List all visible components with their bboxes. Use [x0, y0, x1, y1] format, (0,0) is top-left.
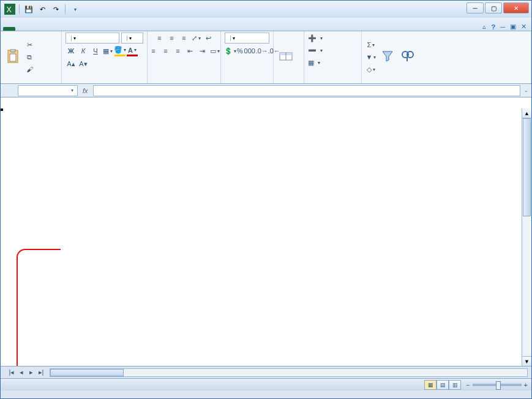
- percent-icon[interactable]: %: [237, 45, 243, 56]
- vertical-scrollbar[interactable]: ▲ ▼: [522, 108, 531, 366]
- font-color-button[interactable]: A: [127, 45, 138, 56]
- doc-close-icon[interactable]: ✕: [521, 23, 526, 31]
- accounting-icon[interactable]: 💲: [225, 45, 236, 56]
- save-icon[interactable]: 💾: [23, 4, 34, 15]
- horizontal-scrollbar[interactable]: [50, 368, 528, 377]
- shrink-font-icon[interactable]: A▾: [78, 58, 89, 69]
- italic-button[interactable]: К: [78, 45, 89, 56]
- paste-button[interactable]: [4, 49, 21, 65]
- ribbon: ✂ ⧉ 🖌 ▾ ▾ Ж К Ч ▦ 🪣 A A▴ A▾: [1, 31, 531, 84]
- zoom-in-icon[interactable]: +: [524, 381, 528, 389]
- sort-filter-button[interactable]: [379, 49, 396, 65]
- fill-color-button[interactable]: 🪣: [114, 45, 126, 56]
- doc-restore-icon[interactable]: ▣: [510, 23, 516, 31]
- hscroll-thumb[interactable]: [50, 369, 124, 376]
- close-button[interactable]: ✕: [503, 2, 529, 13]
- align-bottom-icon[interactable]: ≡: [179, 32, 190, 44]
- ribbon-tabs: ▵ ? ─ ▣ ✕: [1, 18, 531, 31]
- group-number: [225, 82, 269, 83]
- active-cell-indicator: [1, 108, 3, 111]
- align-right-icon[interactable]: ≡: [173, 45, 184, 56]
- find-select-button[interactable]: [399, 49, 416, 65]
- svg-text:X: X: [6, 6, 11, 14]
- name-box[interactable]: ▾: [18, 85, 78, 96]
- page-break-view-icon[interactable]: ▥: [449, 380, 461, 390]
- separator: [19, 4, 20, 14]
- copy-icon[interactable]: ⧉: [24, 51, 35, 63]
- cell-styles-button[interactable]: [277, 49, 294, 65]
- underline-button[interactable]: Ч: [90, 45, 101, 56]
- delete-cells-button[interactable]: ➖ ▾: [308, 45, 323, 56]
- scroll-up-icon[interactable]: ▲: [522, 108, 531, 118]
- maximize-button[interactable]: ▢: [485, 2, 502, 13]
- cut-icon[interactable]: ✂: [24, 39, 35, 50]
- tab-nav-first[interactable]: |◂: [7, 368, 17, 376]
- autosum-icon[interactable]: Σ: [365, 39, 377, 50]
- page-layout-view-icon[interactable]: ▤: [436, 380, 449, 390]
- merge-icon[interactable]: ▭: [209, 45, 220, 56]
- align-middle-icon[interactable]: ≡: [167, 32, 178, 44]
- fill-icon[interactable]: ▼: [365, 51, 377, 63]
- format-painter-icon[interactable]: 🖌: [24, 64, 35, 75]
- fx-icon[interactable]: fx: [78, 87, 93, 94]
- orientation-icon[interactable]: ⤢: [191, 32, 202, 44]
- font-size-combo[interactable]: ▾: [121, 32, 143, 44]
- separator: [65, 4, 66, 14]
- grow-font-icon[interactable]: A▴: [66, 58, 77, 69]
- format-cells-button[interactable]: ▦ ▾: [308, 57, 320, 68]
- group-styles: [277, 82, 300, 83]
- align-center-icon[interactable]: ≡: [160, 45, 171, 56]
- spreadsheet-grid[interactable]: ▲ ▼: [1, 97, 531, 366]
- font-name-combo[interactable]: ▾: [66, 32, 119, 44]
- group-clipboard: [4, 82, 58, 83]
- insert-cells-button[interactable]: ➕ ▾: [308, 32, 323, 44]
- minimize-button[interactable]: ─: [466, 2, 484, 13]
- group-editing: [365, 82, 527, 83]
- quick-access-toolbar: X 💾 ↶ ↷: [4, 4, 80, 15]
- wrap-text-icon[interactable]: ↩: [203, 32, 214, 44]
- zoom-out-icon[interactable]: −: [466, 381, 470, 389]
- redo-icon[interactable]: ↷: [50, 4, 61, 15]
- tab-nav-next[interactable]: ▸: [26, 368, 36, 376]
- svg-rect-4: [10, 54, 16, 61]
- expand-formula-icon[interactable]: ⌄: [520, 88, 531, 93]
- qat-customize[interactable]: [69, 4, 80, 15]
- svg-rect-3: [10, 49, 15, 52]
- normal-view-icon[interactable]: ▦: [424, 380, 436, 390]
- indent-dec-icon[interactable]: ⇤: [185, 45, 196, 56]
- tab-nav-prev[interactable]: ◂: [17, 368, 26, 376]
- comma-icon[interactable]: 000: [244, 45, 255, 56]
- minimize-ribbon-icon[interactable]: ▵: [482, 23, 486, 31]
- indent-inc-icon[interactable]: ⇥: [197, 45, 208, 56]
- group-cells: [308, 82, 358, 83]
- formula-bar[interactable]: [93, 85, 520, 96]
- scroll-thumb[interactable]: [523, 118, 531, 216]
- file-tab[interactable]: [3, 27, 15, 31]
- align-top-icon[interactable]: ≡: [154, 32, 165, 44]
- undo-icon[interactable]: ↶: [37, 4, 48, 15]
- title-bar: X 💾 ↶ ↷ ─ ▢ ✕: [1, 1, 531, 18]
- group-font: [66, 82, 143, 83]
- excel-icon: X: [4, 4, 15, 15]
- help-icon[interactable]: ?: [491, 23, 495, 31]
- formula-bar-row: ▾ fx ⌄: [1, 84, 531, 97]
- group-alignment: [151, 82, 217, 83]
- bold-button[interactable]: Ж: [66, 45, 77, 56]
- border-button[interactable]: ▦: [102, 45, 113, 56]
- number-format-combo[interactable]: ▾: [225, 32, 269, 44]
- clear-icon[interactable]: ◇: [365, 64, 377, 75]
- zoom-slider[interactable]: [473, 384, 522, 386]
- scroll-down-icon[interactable]: ▼: [522, 356, 531, 366]
- align-left-icon[interactable]: ≡: [148, 45, 159, 56]
- status-bar: ▦ ▤ ▥ − +: [1, 378, 531, 390]
- doc-minimize-icon[interactable]: ─: [500, 23, 505, 31]
- increase-decimal-icon[interactable]: .0→: [257, 45, 268, 56]
- tab-nav-last[interactable]: ▸|: [36, 368, 46, 376]
- sheet-tab-bar: |◂ ◂ ▸ ▸|: [1, 366, 531, 378]
